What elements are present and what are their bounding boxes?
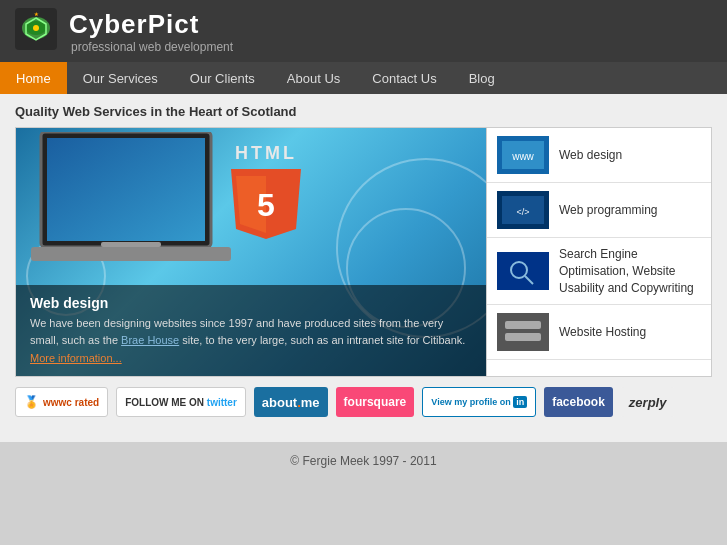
badge-zerply[interactable]: zerply [621,387,675,417]
html5-shield-icon: 5 [231,164,301,242]
service-thumb-web-design: www [497,136,549,174]
svg-text:</>: </> [516,207,529,217]
badge-twitter[interactable]: FOLLOW ME ON twitter [116,387,246,417]
nav-our-services[interactable]: Our Services [67,62,174,94]
header: ★ CyberPict professional web development [0,0,727,62]
badges-row: 🏅 wwwc rated FOLLOW ME ON twitter about.… [15,377,712,427]
footer: © Fergie Meek 1997 - 2011 [0,442,727,480]
nav-blog[interactable]: Blog [453,62,511,94]
service-web-programming[interactable]: </> Web programming [487,183,711,238]
hero-section: HTML 5 [16,128,486,376]
laptop-image [31,132,241,276]
brae-house-link[interactable]: Brae House [121,334,179,346]
service-web-design[interactable]: www Web design [487,128,711,183]
content-box: HTML 5 [15,127,712,377]
nav-about-us[interactable]: About Us [271,62,356,94]
nav-contact-us[interactable]: Contact Us [356,62,452,94]
foursquare-label: foursquare [344,395,407,409]
wwwc-label: wwwc rated [43,397,99,408]
page-subtitle: Quality Web Services in the Heart of Sco… [15,104,712,119]
zerply-label: zerply [629,395,667,410]
html5-text: HTML [231,143,301,164]
svg-rect-20 [497,252,549,290]
service-label-hosting: Website Hosting [559,324,646,341]
facebook-label: facebook [552,395,605,409]
svg-rect-25 [505,333,541,341]
service-thumb-web-prog: </> [497,191,549,229]
hero-caption-text2: site, to the very large, such as an intr… [179,334,465,346]
linkedin-label: View my profile on in [431,397,527,407]
svg-rect-11 [47,138,205,241]
service-label-seo: Search Engine Optimisation, Website Usab… [559,246,701,296]
logo-icon: ★ [15,8,57,54]
svg-text:www: www [511,151,534,162]
badge-aboutme[interactable]: about.me [254,387,328,417]
badge-facebook[interactable]: facebook [544,387,613,417]
logo-tagline: professional web development [71,40,233,54]
nav-our-clients[interactable]: Our Clients [174,62,271,94]
service-thumb-seo [497,252,549,290]
logo-name: CyberPict [69,9,233,40]
svg-rect-24 [505,321,541,329]
svg-rect-23 [497,313,549,351]
html5-badge: HTML 5 [231,143,301,246]
footer-copyright: © Fergie Meek 1997 - 2011 [290,454,436,468]
more-info-link[interactable]: More information... [30,352,122,364]
hero-caption: Web design We have been designing websit… [16,285,486,376]
svg-rect-13 [101,242,161,247]
service-label-web-prog: Web programming [559,202,657,219]
nav-home[interactable]: Home [0,62,67,94]
service-thumb-hosting [497,313,549,351]
hero-caption-body: We have been designing websites since 19… [30,315,472,348]
logo-text: CyberPict professional web development [69,9,233,54]
svg-rect-12 [31,247,231,261]
services-panel: www Web design </> Web programming Searc… [486,128,711,376]
main-content: Quality Web Services in the Heart of Sco… [0,94,727,442]
badge-foursquare[interactable]: foursquare [336,387,415,417]
service-label-web-design: Web design [559,147,622,164]
badge-linkedin[interactable]: View my profile on in [422,387,536,417]
wwwc-icon: 🏅 [24,395,39,409]
twitter-label: FOLLOW ME ON twitter [125,397,237,408]
svg-text:5: 5 [257,187,275,223]
service-seo[interactable]: Search Engine Optimisation, Website Usab… [487,238,711,305]
navigation: Home Our Services Our Clients About Us C… [0,62,727,94]
hero-caption-title: Web design [30,295,472,311]
badge-wwwc[interactable]: 🏅 wwwc rated [15,387,108,417]
service-hosting[interactable]: Website Hosting [487,305,711,360]
aboutme-label: about.me [262,395,320,410]
svg-point-4 [33,25,39,31]
